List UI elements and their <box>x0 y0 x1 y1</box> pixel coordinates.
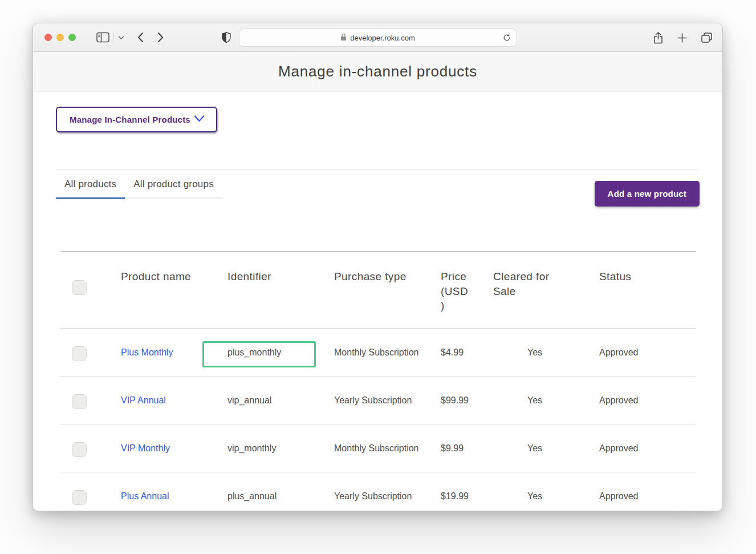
tab-bar: All products All product groups <box>56 169 222 199</box>
forward-icon[interactable] <box>157 32 164 43</box>
price-value: $99.99 <box>441 394 493 409</box>
price-value: $9.99 <box>441 442 493 457</box>
url-text: developer.roku.com <box>350 34 414 42</box>
product-link[interactable]: Plus Monthly <box>121 347 173 357</box>
purchase-type-value: Yearly Subscription <box>334 490 441 505</box>
column-header-cleared-for-sale: Cleared for Sale <box>493 269 570 313</box>
status-value: Approved <box>599 490 696 505</box>
price-value: $19.99 <box>441 490 493 505</box>
product-link[interactable]: VIP Monthly <box>121 443 170 453</box>
minimize-window-button[interactable] <box>56 34 64 41</box>
identifier-cell: vip_annual <box>227 394 334 409</box>
tab-all-product-groups[interactable]: All product groups <box>125 169 222 199</box>
product-link[interactable]: VIP Annual <box>121 395 166 405</box>
close-window-button[interactable] <box>44 34 52 41</box>
zoom-window-button[interactable] <box>68 34 76 41</box>
cleared-for-sale-value: Yes <box>493 346 599 361</box>
products-table: Product name Identifier Purchase type Pr… <box>60 251 696 511</box>
tab-all-products[interactable]: All products <box>56 169 125 199</box>
chevron-down-icon <box>194 115 205 124</box>
column-header-status: Status <box>599 269 696 313</box>
dropdown-label: Manage In-Channel Products <box>70 115 190 124</box>
status-value: Approved <box>599 394 696 409</box>
browser-window: developer.roku.com <box>32 23 723 511</box>
price-value: $4.99 <box>441 346 493 361</box>
table-row: VIP Monthly vip_monthly Monthly Subscrip… <box>60 424 696 472</box>
share-icon[interactable] <box>653 32 663 44</box>
column-header-product-name: Product name <box>121 269 227 313</box>
page-title: Manage in-channel products <box>278 63 477 80</box>
divider <box>113 33 114 43</box>
identifier-value: vip_monthly <box>227 443 276 453</box>
manage-products-dropdown[interactable]: Manage In-Channel Products <box>56 107 217 132</box>
row-checkbox[interactable] <box>72 490 87 505</box>
table-row: Plus Monthly plus_monthly Monthly Subscr… <box>60 329 696 377</box>
chevron-down-icon[interactable] <box>118 35 124 40</box>
column-header-identifier: Identifier <box>227 269 334 313</box>
identifier-cell: plus_monthly <box>227 346 334 361</box>
row-checkbox[interactable] <box>72 394 87 409</box>
identifier-cell: plus_annual <box>227 490 334 505</box>
identifier-value: plus_annual <box>227 491 277 501</box>
status-value: Approved <box>599 346 696 361</box>
tab-overview-icon[interactable] <box>701 33 712 43</box>
identifier-value: vip_annual <box>227 395 271 405</box>
tabs-section: All products All product groups Add a ne… <box>56 169 700 207</box>
sidebar-icon[interactable] <box>96 32 109 43</box>
purchase-type-value: Yearly Subscription <box>334 394 441 409</box>
add-new-product-button[interactable]: Add a new product <box>595 181 700 207</box>
cleared-for-sale-value: Yes <box>493 490 599 505</box>
column-header-purchase-type: Purchase type <box>334 269 441 313</box>
page-content: Manage In-Channel Products All products … <box>33 92 722 511</box>
status-value: Approved <box>599 442 696 457</box>
purchase-type-value: Monthly Subscription <box>334 442 441 457</box>
product-link[interactable]: Plus Annual <box>121 491 169 501</box>
row-checkbox[interactable] <box>72 346 87 361</box>
purchase-type-value: Monthly Subscription <box>334 346 441 361</box>
table-row: Plus Annual plus_annual Yearly Subscript… <box>60 472 696 511</box>
row-checkbox[interactable] <box>72 442 87 457</box>
address-bar[interactable]: developer.roku.com <box>239 29 517 47</box>
back-icon[interactable] <box>137 32 144 43</box>
shield-icon[interactable] <box>222 32 231 43</box>
reload-icon[interactable] <box>502 33 511 42</box>
select-all-checkbox[interactable] <box>72 280 87 295</box>
new-tab-icon[interactable] <box>677 33 687 43</box>
cleared-for-sale-value: Yes <box>493 442 599 457</box>
cleared-for-sale-value: Yes <box>493 394 599 409</box>
identifier-value: plus_monthly <box>227 347 281 357</box>
table-header-row: Product name Identifier Purchase type Pr… <box>60 252 696 329</box>
identifier-cell: vip_monthly <box>227 442 334 457</box>
table-row: VIP Annual vip_annual Yearly Subscriptio… <box>60 377 696 424</box>
browser-toolbar: developer.roku.com <box>33 23 722 52</box>
column-header-price: Price (USD ) <box>441 269 470 313</box>
traffic-lights <box>44 34 76 41</box>
lock-icon <box>340 33 347 43</box>
page-header: Manage in-channel products <box>33 52 722 92</box>
